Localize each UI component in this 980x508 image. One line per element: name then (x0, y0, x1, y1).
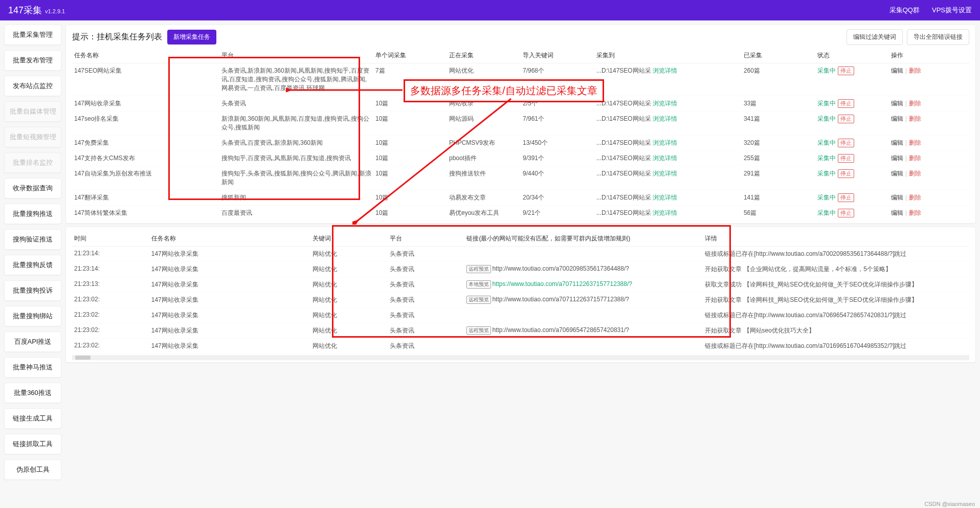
task-detail-link[interactable]: 浏览详情 (653, 170, 677, 177)
tasks-col-7: 状态 (815, 48, 889, 63)
status-collecting[interactable]: 采集中 (817, 194, 836, 201)
sidebar-item-0[interactable]: 批量采集管理 (4, 25, 61, 45)
sidebar-item-2[interactable]: 发布站点监控 (4, 76, 61, 96)
sidebar-item-9[interactable]: 批量搜狗反馈 (4, 255, 61, 275)
sidebar-item-11[interactable]: 批量搜狗绑站 (4, 306, 61, 326)
log-detail: 链接或标题已存在[http://www.toutiao.com/a7069654… (703, 308, 969, 323)
status-collecting[interactable]: 采集中 (817, 139, 836, 146)
task-detail-link[interactable]: 浏览详情 (653, 115, 677, 122)
log-detail: 开始获取文章 【企业网站优化，提高网站流量，4个标准，5个策略】 (703, 262, 969, 277)
preview-badge[interactable]: 远程预览 (466, 296, 491, 304)
stop-button[interactable]: 停止 (838, 139, 854, 147)
task-platform: 搜狐新闻 (219, 190, 373, 206)
status-collecting[interactable]: 采集中 (817, 100, 836, 107)
task-to: ...D:\147SEO网站采 浏览详情 (594, 206, 742, 221)
log-link-cell: 本地预览https://www.toutiao.com/a70711226371… (464, 277, 703, 293)
delete-link[interactable]: 删除 (909, 209, 921, 216)
task-collecting: PHPCMSV9发布 (447, 136, 521, 151)
stop-button[interactable]: 停止 (838, 209, 854, 217)
status-collecting[interactable]: 采集中 (817, 115, 836, 122)
sidebar-item-14[interactable]: 批量360推送 (4, 383, 61, 403)
task-to: ...D:\147SEO网站采 浏览详情 (594, 166, 742, 190)
delete-link[interactable]: 删除 (909, 154, 921, 162)
app-title: 147采集 (8, 4, 42, 16)
topbar-link-qq[interactable]: 采集QQ群 (889, 6, 920, 15)
task-keywords: 9/391个 (521, 151, 594, 166)
task-detail-link[interactable]: 浏览详情 (653, 139, 677, 146)
stop-button[interactable]: 停止 (838, 154, 854, 163)
filter-keywords-button[interactable]: 编辑过滤关键词 (847, 29, 903, 45)
tasks-panel: 提示：挂机采集任务列表 新增采集任务 编辑过滤关键词 导出全部错误链接 任务名称… (65, 25, 976, 224)
status-collecting[interactable]: 采集中 (817, 67, 836, 74)
task-platform: 头条资讯,新浪新闻,360新闻,凤凰新闻,搜狗知乎,百度资讯,百度知道,搜狗资讯… (219, 63, 373, 96)
sidebar-item-12[interactable]: 百度API推送 (4, 332, 61, 352)
delete-link[interactable]: 删除 (909, 67, 921, 74)
stop-button[interactable]: 停止 (838, 115, 854, 123)
log-time: 21:23:02: (72, 339, 149, 354)
stop-button[interactable]: 停止 (838, 99, 854, 108)
sidebar-item-10[interactable]: 批量搜狗投诉 (4, 280, 61, 301)
delete-link[interactable]: 删除 (909, 170, 921, 177)
task-to: ...D:\147SEO网站采 浏览详情 (594, 151, 742, 166)
status-collecting[interactable]: 采集中 (817, 209, 836, 216)
edit-link[interactable]: 编辑 (891, 139, 903, 146)
preview-badge[interactable]: 远程预览 (466, 326, 491, 335)
log-link[interactable]: http://www.toutiao.com/a7069654728657420… (492, 326, 629, 334)
log-link[interactable]: http://www.toutiao.com/a7002098535617364… (492, 265, 629, 272)
sidebar-item-8[interactable]: 搜狗验证推送 (4, 229, 61, 250)
task-done: 291篇 (742, 166, 815, 190)
sidebar: 批量采集管理批量发布管理发布站点监控批量自媒体管理批量短视频管理批量排名监控收录… (4, 25, 61, 480)
delete-link[interactable]: 删除 (909, 100, 921, 107)
edit-link[interactable]: 编辑 (891, 67, 903, 74)
log-link-cell (464, 308, 703, 323)
edit-link[interactable]: 编辑 (891, 194, 903, 201)
tasks-col-2: 单个词采集 (373, 48, 447, 63)
preview-badge[interactable]: 本地预览 (466, 280, 491, 289)
edit-link[interactable]: 编辑 (891, 170, 903, 177)
edit-link[interactable]: 编辑 (891, 154, 903, 162)
edit-link[interactable]: 编辑 (891, 209, 903, 216)
log-kw: 网站优化 (310, 323, 388, 339)
log-link[interactable]: http://www.toutiao.com/a7071122637157712… (492, 296, 629, 303)
delete-link[interactable]: 删除 (909, 115, 921, 122)
delete-link[interactable]: 删除 (909, 139, 921, 146)
add-task-button[interactable]: 新增采集任务 (167, 30, 216, 45)
log-link[interactable]: https://www.toutiao.com/a707112263715771… (492, 280, 632, 288)
task-count: 10篇 (373, 112, 447, 136)
sidebar-item-6[interactable]: 收录数据查询 (4, 178, 61, 198)
log-col-3: 平台 (388, 231, 465, 247)
stop-button[interactable]: 停止 (838, 193, 854, 202)
task-detail-link[interactable]: 浏览详情 (653, 209, 677, 216)
stop-button[interactable]: 停止 (838, 169, 854, 178)
table-row: 147自动采集为原创发布推送搜狗知乎,头条资讯,搜狐新闻,搜狗公众号,腾讯新闻,… (72, 166, 969, 190)
log-detail: 开始获取文章 【诠网科技_网站SEO优化如何做_关于SEO优化详细操作步骤】 (703, 293, 969, 308)
list-item: 21:23:02:147网站收录采集网站优化头条资讯远程预览http://www… (72, 293, 969, 308)
task-count: 10篇 (373, 166, 447, 190)
preview-badge[interactable]: 远程预览 (466, 265, 491, 273)
sidebar-item-13[interactable]: 批量神马推送 (4, 357, 61, 378)
delete-link[interactable]: 删除 (909, 194, 921, 201)
stop-button[interactable]: 停止 (838, 67, 854, 75)
log-scrollbar[interactable] (72, 355, 969, 360)
task-detail-link[interactable]: 浏览详情 (653, 194, 677, 201)
task-detail-link[interactable]: 浏览详情 (653, 154, 677, 162)
edit-link[interactable]: 编辑 (891, 100, 903, 107)
log-detail: 链接或标题已存在[http://www.toutiao.com/a7002098… (703, 247, 969, 262)
tasks-col-6: 已采集 (742, 48, 815, 63)
edit-link[interactable]: 编辑 (891, 115, 903, 122)
status-collecting[interactable]: 采集中 (817, 170, 836, 177)
export-errors-button[interactable]: 导出全部错误链接 (907, 29, 969, 45)
status-collecting[interactable]: 采集中 (817, 154, 836, 162)
tasks-col-0: 任务名称 (72, 48, 219, 63)
log-time: 21:23:02: (72, 323, 149, 339)
task-ops: 编辑|删除 (889, 136, 969, 151)
sidebar-item-17[interactable]: 伪原创工具 (4, 459, 61, 480)
topbar-link-vps[interactable]: VPS拨号设置 (932, 6, 972, 15)
sidebar-item-15[interactable]: 链接生成工具 (4, 408, 61, 429)
sidebar-item-1[interactable]: 批量发布管理 (4, 50, 61, 71)
sidebar-item-7[interactable]: 批量搜狗推送 (4, 204, 61, 224)
tasks-col-8: 操作 (889, 48, 969, 63)
task-detail-link[interactable]: 浏览详情 (653, 67, 677, 74)
sidebar-item-16[interactable]: 链接抓取工具 (4, 434, 61, 454)
task-detail-link[interactable]: 浏览详情 (653, 100, 677, 107)
